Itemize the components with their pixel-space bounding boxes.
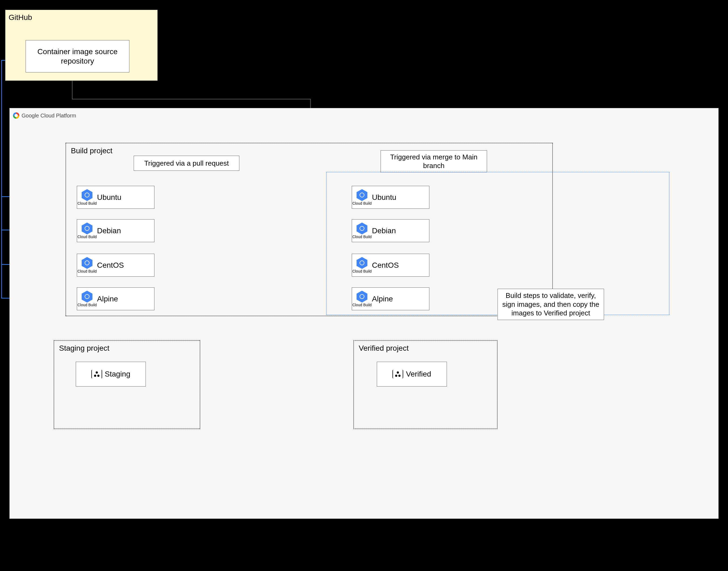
diagram-canvas: GitHub Container image source repository… [0,0,728,571]
build-steps-box: Build steps to validate, verify, sign im… [497,289,604,320]
cloud-build-caption: Cloud Build [352,202,372,206]
os-box-pr-centos: Cloud Build CentOS [77,254,155,276]
gcp-title: Google Cloud Platform [21,113,76,119]
cloud-build-icon: Cloud Build [352,222,372,239]
trigger-merge-label: Triggered via merge to Main branch [385,153,482,170]
verified-project-label: Verified project [359,344,408,353]
container-registry-icon [91,369,102,379]
cloud-build-icon: Cloud Build [352,257,372,273]
gcp-header: Google Cloud Platform [13,112,76,119]
cloud-build-caption: Cloud Build [77,202,97,206]
cloud-build-icon: Cloud Build [77,257,97,273]
repo-box-label: Container image source repository [32,47,123,66]
gcp-logo-icon [13,112,19,119]
container-registry-icon [392,369,403,379]
cloud-build-caption: Cloud Build [77,303,97,307]
github-label: GitHub [9,13,32,22]
staging-registry-box: Staging [76,362,146,386]
cloud-build-caption: Cloud Build [352,269,372,273]
build-project: Build project Triggered via a pull reque… [66,143,553,316]
cloud-build-icon: Cloud Build [352,291,372,307]
staging-project-label: Staging project [59,344,109,353]
cloud-build-icon: Cloud Build [77,291,97,307]
os-box-pr-alpine: Cloud Build Alpine [77,288,155,310]
github-panel: GitHub Container image source repository [5,10,158,81]
trigger-merge-box: Triggered via merge to Main branch [381,150,487,173]
os-box-merge-alpine: Cloud Build Alpine [352,288,429,310]
os-name: Ubuntu [97,193,121,202]
cloud-build-caption: Cloud Build [352,303,372,307]
verified-registry-box: Verified [377,362,447,386]
os-name: Debian [372,227,396,235]
os-name: Alpine [97,295,118,303]
verified-registry-label: Verified [406,370,431,378]
repo-box: Container image source repository [26,40,129,73]
os-name: Ubuntu [372,193,396,202]
cloud-build-icon: Cloud Build [77,189,97,206]
cloud-build-caption: Cloud Build [352,235,372,239]
os-box-pr-ubuntu: Cloud Build Ubuntu [77,186,155,209]
os-box-pr-debian: Cloud Build Debian [77,219,155,242]
cloud-build-caption: Cloud Build [77,235,97,239]
staging-project: Staging project Staging [54,340,200,429]
os-name: Alpine [372,295,393,303]
cloud-build-icon: Cloud Build [77,222,97,239]
trigger-pr-label: Triggered via a pull request [144,159,229,168]
os-box-merge-centos: Cloud Build CentOS [352,254,429,276]
os-name: CentOS [97,261,124,269]
verified-project: Verified project Verified [353,340,497,429]
trigger-pr-box: Triggered via a pull request [134,156,239,171]
cloud-build-icon: Cloud Build [352,189,372,206]
os-name: CentOS [372,261,399,269]
build-steps-label: Build steps to validate, verify, sign im… [502,291,600,318]
os-box-merge-ubuntu: Cloud Build Ubuntu [352,186,429,209]
build-project-label: Build project [71,146,112,155]
os-box-merge-debian: Cloud Build Debian [352,219,429,242]
os-name: Debian [97,227,121,235]
gcp-panel: Google Cloud Platform Build project Trig… [9,108,719,519]
staging-registry-label: Staging [105,370,130,378]
cloud-build-caption: Cloud Build [77,269,97,273]
